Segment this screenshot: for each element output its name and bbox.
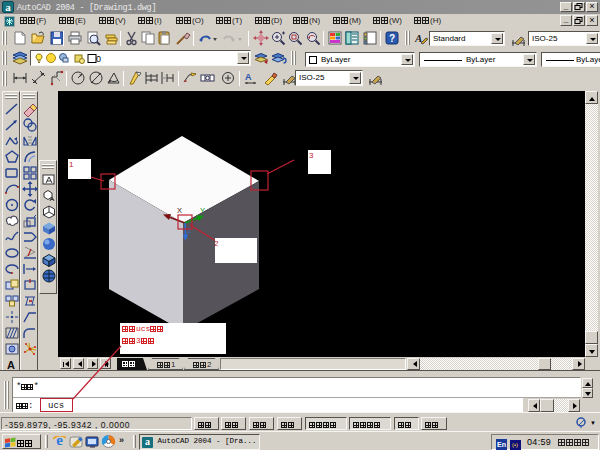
svg-text:A: A [414,32,422,44]
svg-text:A: A [245,72,252,82]
svg-text:Y: Y [200,206,205,215]
svg-text:Z: Z [188,227,192,234]
svg-text:X: X [177,206,182,215]
svg-text:3: 3 [309,151,314,160]
svg-text:?: ? [389,33,395,44]
svg-text:2: 2 [214,239,219,248]
svg-text:1: 1 [69,160,74,169]
